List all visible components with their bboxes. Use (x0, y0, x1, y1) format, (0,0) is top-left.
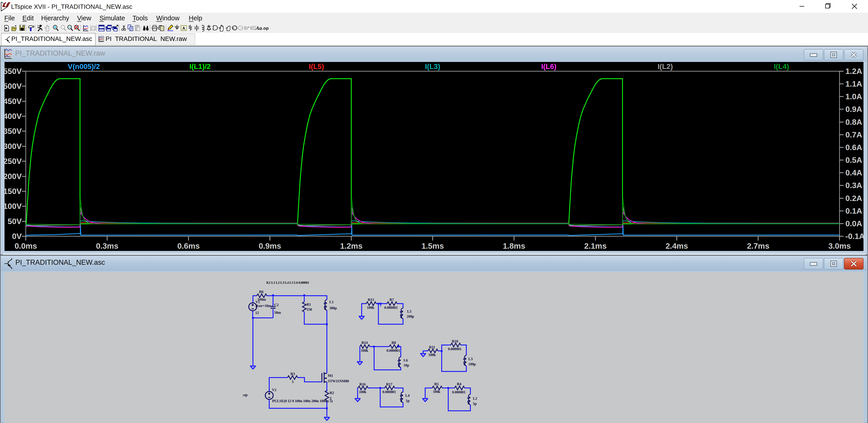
svg-text:1.5ms: 1.5ms (421, 241, 444, 250)
svg-text:R15: R15 (368, 298, 374, 302)
svg-text:300V: 300V (4, 142, 22, 151)
svg-text:350V: 350V (4, 127, 22, 135)
svg-text:L2: L2 (473, 396, 477, 401)
svg-text:10p: 10p (403, 363, 409, 367)
svg-text:Rser=10m: Rser=10m (255, 304, 272, 308)
svg-text:I(L6): I(L6) (541, 62, 557, 70)
svg-text:5p: 5p (473, 401, 477, 406)
svg-text:L1: L1 (329, 300, 334, 304)
svg-text:STW11NM80: STW11NM80 (328, 379, 349, 383)
svg-text:450V: 450V (4, 97, 22, 105)
svg-text:E: E (250, 26, 253, 31)
svg-text:0.000001: 0.000001 (382, 390, 396, 394)
svg-text:1p: 1p (406, 399, 410, 403)
svg-text:R1: R1 (307, 302, 311, 307)
svg-text:I(L1)/2: I(L1)/2 (189, 62, 211, 70)
svg-text:I(L4): I(L4) (774, 62, 789, 70)
svg-text:R6: R6 (259, 290, 264, 294)
svg-text:100k: 100k (367, 305, 375, 310)
svg-text:R4: R4 (457, 382, 461, 386)
svg-text:R16: R16 (360, 382, 366, 386)
svg-text:V2: V2 (272, 388, 276, 392)
svg-text:0.3A: 0.3A (845, 181, 862, 190)
svg-text:150V: 150V (4, 187, 22, 195)
svg-text:2.7ms: 2.7ms (747, 241, 769, 250)
svg-text:0.1A: 0.1A (845, 206, 862, 215)
svg-text:100p: 100p (468, 362, 476, 366)
svg-text:3.0ms: 3.0ms (828, 241, 850, 250)
svg-text:550: 550 (307, 307, 312, 311)
svg-text:R17: R17 (386, 382, 393, 386)
svg-text:0.000001: 0.000001 (448, 347, 462, 351)
svg-text:I(L3): I(L3) (425, 62, 440, 70)
svg-text:2.4ms: 2.4ms (665, 241, 688, 250)
svg-text:1.1A: 1.1A (845, 79, 862, 88)
svg-text:0.9ms: 0.9ms (258, 241, 281, 250)
svg-text:1.8ms: 1.8ms (503, 241, 525, 250)
svg-text:L4: L4 (405, 393, 410, 398)
svg-text:400V: 400V (4, 112, 22, 121)
svg-text:-0.1A: -0.1A (845, 232, 864, 241)
svg-text:100V: 100V (4, 202, 22, 210)
svg-text:0.6ms: 0.6ms (177, 241, 199, 250)
svg-text:100k: 100k (361, 349, 368, 353)
svg-text:50V: 50V (8, 217, 22, 225)
svg-text:R8: R8 (392, 340, 396, 345)
svg-text:A: A (182, 26, 185, 31)
svg-text:C2: C2 (274, 303, 279, 307)
svg-text:L3: L3 (468, 357, 473, 361)
svg-text:Aa: Aa (255, 25, 262, 31)
svg-text:R5: R5 (434, 382, 439, 386)
svg-text:1.2A: 1.2A (845, 67, 862, 75)
svg-text:R7: R7 (390, 298, 394, 302)
svg-text:;op: ;op (243, 393, 248, 397)
svg-text:200p: 200p (407, 314, 414, 319)
svg-text:0.0A: 0.0A (845, 219, 862, 228)
svg-text:100k: 100k (428, 353, 436, 357)
svg-text:0.0ms: 0.0ms (14, 241, 37, 250)
svg-text:200V: 200V (4, 172, 22, 181)
svg-text:0.000001: 0.000001 (384, 305, 398, 310)
svg-text:300µ: 300µ (329, 306, 337, 310)
svg-text:PULSE(0 12 0 100n 100n 200u 10: PULSE(0 12 0 100n 100n 200u 1000u 5) (272, 399, 333, 403)
svg-text:0.5A: 0.5A (845, 155, 862, 164)
svg-text:5: 5 (292, 380, 293, 384)
svg-text:0.8A: 0.8A (845, 118, 862, 126)
svg-text:50m: 50m (274, 310, 281, 315)
svg-text:1.0A: 1.0A (845, 92, 862, 101)
svg-text:0.7A: 0.7A (845, 130, 862, 139)
svg-text:100k: 100k (433, 390, 440, 394)
svg-text:M1: M1 (328, 373, 333, 378)
svg-text:1.2ms: 1.2ms (340, 241, 362, 250)
svg-text:0.6A: 0.6A (845, 143, 862, 152)
svg-text:V(n005)/2: V(n005)/2 (68, 62, 100, 70)
svg-text:R2: R2 (330, 391, 334, 395)
svg-text:E: E (244, 26, 247, 31)
svg-text:2.1ms: 2.1ms (584, 241, 607, 250)
svg-text:.op: .op (262, 26, 269, 31)
svg-text:0.9A: 0.9A (845, 105, 862, 114)
svg-text:100k: 100k (359, 390, 367, 394)
svg-text:L5: L5 (407, 309, 411, 313)
svg-text:0V: 0V (12, 232, 22, 241)
svg-text:250V: 250V (4, 157, 22, 165)
svg-text:R11: R11 (429, 345, 435, 349)
svg-text:0.000001: 0.000001 (386, 349, 400, 353)
svg-text:0.4A: 0.4A (845, 168, 862, 177)
svg-text:500V: 500V (4, 82, 22, 90)
svg-text:L6: L6 (403, 358, 408, 362)
svg-text:R14: R14 (362, 340, 368, 345)
svg-text:12: 12 (255, 311, 259, 315)
svg-text:0.3ms: 0.3ms (96, 241, 118, 250)
svg-text:K1 L1 L2 L3 L4 L5 L6 0.00001: K1 L1 L2 L3 L4 L5 L6 0.00001 (266, 280, 309, 284)
svg-text:I(L5): I(L5) (309, 62, 324, 70)
svg-text:550V: 550V (4, 67, 22, 75)
svg-text:R18: R18 (452, 339, 458, 343)
svg-text:R3: R3 (290, 372, 295, 376)
svg-text:0.2A: 0.2A (845, 194, 862, 203)
svg-text:0.000001: 0.000001 (452, 390, 466, 394)
svg-text:I(L2): I(L2) (657, 62, 673, 70)
